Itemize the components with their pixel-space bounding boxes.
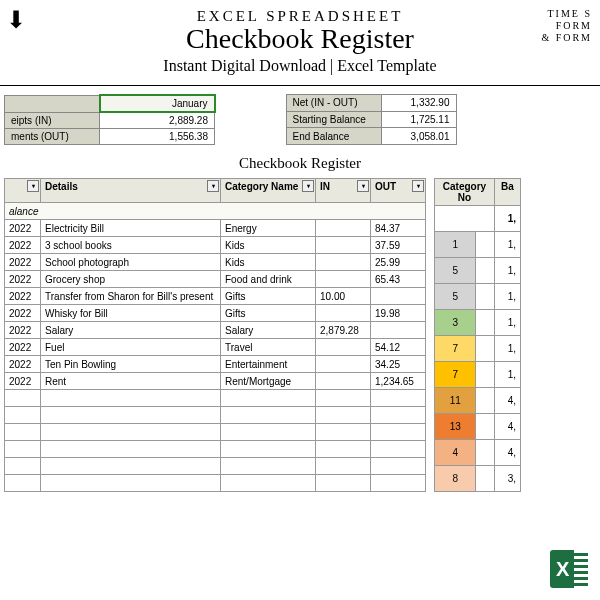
receipts-value: 2,889.28 xyxy=(100,112,215,129)
table-row[interactable]: 2022FuelTravel54.12 xyxy=(5,339,426,356)
summary-left-table: January eipts (IN) 2,889.28 ments (OUT) … xyxy=(4,94,216,145)
register-table: ▾ Details▾ Category Name▾ IN▾ OUT▾ alanc… xyxy=(4,178,426,492)
net-label: Net (IN - OUT) xyxy=(286,95,381,112)
table-row[interactable]: 2022Whisky for BillGifts19.98 xyxy=(5,305,426,322)
cat-row[interactable]: 51, xyxy=(435,284,521,310)
table-row-empty[interactable] xyxy=(5,407,426,424)
cat-row[interactable]: 114, xyxy=(435,388,521,414)
summary-right-table: Net (IN - OUT) 1,332.90 Starting Balance… xyxy=(286,94,457,145)
category-table: Category No Ba 1, 11,51,51,31,71,71,114,… xyxy=(434,178,521,492)
divider xyxy=(0,85,600,86)
filter-icon[interactable]: ▾ xyxy=(27,180,39,192)
start-balance-label: Starting Balance xyxy=(286,111,381,128)
table-row[interactable]: 2022Electricity BillEnergy84.37 xyxy=(5,220,426,237)
table-row[interactable]: 2022Transfer from Sharon for Bill's pres… xyxy=(5,288,426,305)
month-cell[interactable]: January xyxy=(100,95,215,112)
excel-icon xyxy=(550,550,588,588)
cat-row[interactable]: 71, xyxy=(435,362,521,388)
end-balance-value: 3,058.01 xyxy=(381,128,456,145)
cat-row[interactable]: 71, xyxy=(435,336,521,362)
table-row[interactable]: 2022School photographKids25.99 xyxy=(5,254,426,271)
cat-row[interactable]: 51, xyxy=(435,258,521,284)
cat-row[interactable]: 11, xyxy=(435,232,521,258)
table-row-empty[interactable] xyxy=(5,458,426,475)
cat-row[interactable]: 31, xyxy=(435,310,521,336)
table-row[interactable]: 2022Grocery shopFood and drink65.43 xyxy=(5,271,426,288)
header-title: Checkbook Register xyxy=(0,23,600,55)
col-out[interactable]: OUT▾ xyxy=(371,179,426,203)
section-title: Checkbook Register xyxy=(4,155,596,172)
col-category[interactable]: Category Name▾ xyxy=(221,179,316,203)
start-balance-value: 1,725.11 xyxy=(381,111,456,128)
corner-badge: TIME S FORM & FORM xyxy=(541,8,592,44)
table-row[interactable]: 2022SalarySalary2,879.28 xyxy=(5,322,426,339)
table-row[interactable]: 2022Ten Pin BowlingEntertainment34.25 xyxy=(5,356,426,373)
col-in[interactable]: IN▾ xyxy=(316,179,371,203)
table-row[interactable]: 20223 school booksKids37.59 xyxy=(5,237,426,254)
payments-label: ments (OUT) xyxy=(5,129,100,145)
summary-section: January eipts (IN) 2,889.28 ments (OUT) … xyxy=(4,94,596,145)
cat-row[interactable]: 134, xyxy=(435,414,521,440)
cat-top-row: 1, xyxy=(435,206,521,232)
balance-row: alance xyxy=(5,203,426,220)
table-row-empty[interactable] xyxy=(5,441,426,458)
cat-row[interactable]: 44, xyxy=(435,440,521,466)
filter-icon[interactable]: ▾ xyxy=(357,180,369,192)
end-balance-label: End Balance xyxy=(286,128,381,145)
net-value: 1,332.90 xyxy=(381,95,456,112)
table-row[interactable]: 2022RentRent/Mortgage1,234.65 xyxy=(5,373,426,390)
col-category-no[interactable]: Category No xyxy=(435,179,495,206)
filter-icon[interactable]: ▾ xyxy=(302,180,314,192)
receipts-label: eipts (IN) xyxy=(5,112,100,129)
filter-icon[interactable]: ▾ xyxy=(412,180,424,192)
header-subtitle: Instant Digital Download | Excel Templat… xyxy=(0,57,600,75)
col-balance[interactable]: Ba xyxy=(495,179,521,206)
col-details[interactable]: Details▾ xyxy=(41,179,221,203)
cat-row[interactable]: 83, xyxy=(435,466,521,492)
filter-icon[interactable]: ▾ xyxy=(207,180,219,192)
table-row-empty[interactable] xyxy=(5,424,426,441)
col-date[interactable]: ▾ xyxy=(5,179,41,203)
table-row-empty[interactable] xyxy=(5,390,426,407)
table-row-empty[interactable] xyxy=(5,475,426,492)
payments-value: 1,556.38 xyxy=(100,129,215,145)
page-header: EXCEL SPREADSHEET Checkbook Register Ins… xyxy=(0,0,600,79)
